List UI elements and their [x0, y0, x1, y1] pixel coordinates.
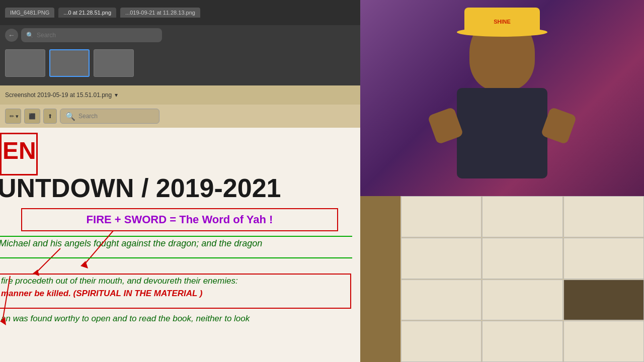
tab-img6481[interactable]: IMG_6481.PNG	[5, 8, 54, 18]
panel-cell-6	[564, 238, 644, 279]
webcam-video: SHINE	[360, 0, 644, 196]
svg-line-4	[3, 276, 10, 321]
fire-sword-text: FIRE + SWORD = The Word of Yah !	[31, 213, 328, 226]
hand-left	[427, 107, 463, 144]
tools-bar: ✏ ▾ ⬛ ⬆ 🔍	[0, 105, 360, 128]
stamp-icon: ⬛	[29, 113, 36, 120]
panel-cell-2	[482, 196, 562, 237]
panel-cell-10	[401, 321, 481, 362]
thumbnail-row	[0, 45, 360, 80]
person-silhouette: SHINE	[360, 0, 644, 196]
back-icon: ←	[8, 31, 15, 39]
search-icon: 🔍	[65, 112, 75, 121]
thumbnail-3[interactable]	[94, 49, 134, 77]
stamp-tool-button[interactable]: ⬛	[24, 109, 40, 124]
search-icon-small: 🔍	[26, 32, 34, 39]
panel-cell-9-dark	[564, 280, 644, 321]
left-brown-bar	[360, 196, 400, 362]
person-hands	[427, 111, 578, 151]
panel-cell-5	[482, 238, 562, 279]
fire-sword-box: FIRE + SWORD = The Word of Yah !	[21, 208, 338, 231]
doc-content: EN UNTDOWN / 2019-2021 FIRE + SWORD = Th…	[0, 128, 360, 362]
breadcrumb-bar: Screenshot 2019-05-19 at 15.51.01.png ▾	[0, 85, 360, 105]
green-divider-2	[0, 257, 352, 258]
breadcrumb-dropdown-icon[interactable]: ▾	[115, 92, 118, 99]
breadcrumb: Screenshot 2019-05-19 at 15.51.01.png	[5, 92, 112, 99]
panel-cell-11	[482, 321, 562, 362]
panel-cell-7	[401, 280, 481, 321]
document-title: UNTDOWN / 2019-2021	[0, 173, 281, 203]
pen-tool-button[interactable]: ✏ ▾	[5, 109, 21, 124]
back-button[interactable]: ←	[5, 29, 18, 42]
green-divider-1	[0, 236, 352, 237]
red-en-label: EN	[3, 137, 36, 164]
hat-text: SHINE	[494, 19, 511, 25]
arrow-annotation-3	[0, 271, 40, 331]
share-icon: ⬆	[48, 113, 52, 120]
panel-cell-8	[482, 280, 562, 321]
hand-right	[540, 107, 577, 144]
search-box-tools[interactable]: 🔍	[60, 109, 159, 124]
document-area: IMG_6481.PNG ...0 at 21.28.51.png ...019…	[0, 0, 360, 362]
webcam-area: SHINE	[360, 0, 644, 196]
search-input-tools[interactable]	[78, 113, 154, 120]
panel-cell-1	[401, 196, 481, 237]
share-tool-button[interactable]: ⬆	[43, 109, 57, 124]
panel-cell-3	[564, 196, 644, 237]
right-panels	[360, 196, 644, 362]
svg-line-2	[35, 248, 60, 274]
search-input-top[interactable]	[37, 32, 157, 39]
search-box-top[interactable]: 🔍	[21, 28, 162, 42]
tab-screenshot2[interactable]: ...019-09-21 at 11.28.13.png	[120, 8, 200, 18]
thumbnail-2[interactable]	[49, 49, 90, 77]
tab-screenshot1[interactable]: ...0 at 21.28.51.png	[58, 8, 116, 18]
thumbnail-1[interactable]	[5, 49, 45, 77]
pen-icon: ✏	[10, 113, 14, 120]
tab-bar: IMG_6481.PNG ...0 at 21.28.51.png ...019…	[0, 0, 360, 25]
panel-cell-12	[564, 321, 644, 362]
pen-arrow-icon: ▾	[16, 113, 19, 120]
panel-cell-4	[401, 238, 481, 279]
hat: SHINE	[464, 8, 540, 33]
navigation-row: ← 🔍	[0, 25, 360, 45]
